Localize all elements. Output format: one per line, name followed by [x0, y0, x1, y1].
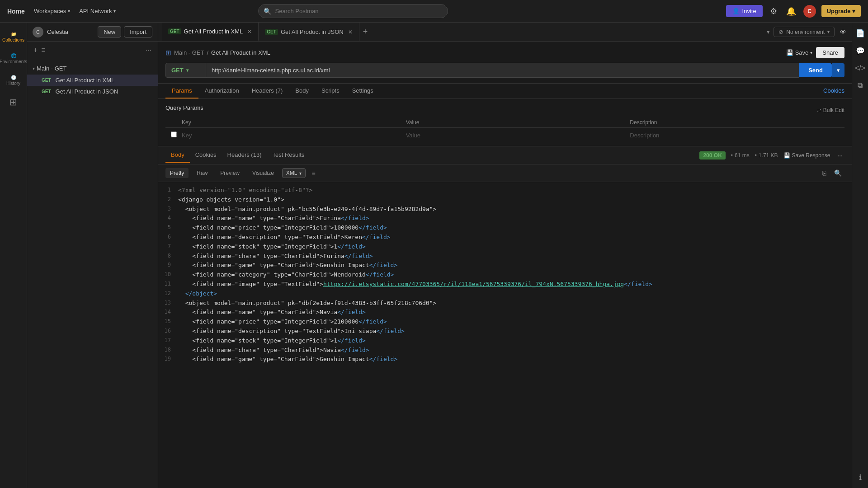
- method-selector[interactable]: GET ▾: [165, 63, 206, 78]
- import-button[interactable]: Import: [124, 26, 152, 38]
- info-button[interactable]: ℹ: [856, 470, 864, 484]
- req-tab-settings[interactable]: Settings: [346, 84, 380, 99]
- workspaces-menu[interactable]: Workspaces ▾: [34, 8, 70, 14]
- line-number: 12: [158, 289, 178, 299]
- format-bar: Pretty Raw Preview Visualize XML ▾ ≡ ⎘ 🔍: [158, 164, 852, 182]
- cookies-link[interactable]: Cookies: [823, 84, 844, 99]
- resp-tab-test-results[interactable]: Test Results: [267, 148, 310, 163]
- search-input[interactable]: [258, 4, 448, 18]
- param-checkbox[interactable]: [171, 131, 177, 137]
- home-link[interactable]: Home: [7, 8, 25, 15]
- tree-item-json[interactable]: GET Get All Product in JSON: [27, 86, 158, 97]
- sort-collections-button[interactable]: ≡: [40, 45, 46, 55]
- param-key-input[interactable]: [182, 132, 406, 139]
- line-content: <field name="stock" type="IntegerField">…: [178, 336, 852, 346]
- sidebar-item-collections[interactable]: 📁 Collections: [0, 28, 27, 46]
- fmt-tab-raw[interactable]: Raw: [192, 168, 212, 178]
- line-content: <field name="stock" type="IntegerField">…: [178, 242, 852, 252]
- add-collection-button[interactable]: +: [33, 45, 38, 55]
- tab-close-json[interactable]: ✕: [348, 29, 353, 35]
- search-bar[interactable]: 🔍: [258, 4, 448, 18]
- params-title: Query Params: [165, 104, 203, 111]
- req-tab-scripts[interactable]: Scripts: [315, 84, 346, 99]
- line-content: <django-objects version="1.0">: [178, 195, 852, 205]
- env-selector[interactable]: ⊘ No environment ▾: [774, 27, 835, 37]
- status-badge: 200 OK: [699, 151, 725, 160]
- tree-group-header[interactable]: ▾ Main - GET: [27, 62, 158, 75]
- line-content: <field name="game" type="CharField">Gens…: [178, 261, 852, 270]
- save-button[interactable]: 💾 Save ▾: [786, 49, 813, 56]
- line-number: 19: [158, 355, 178, 364]
- fmt-tab-visualize[interactable]: Visualize: [248, 168, 278, 178]
- col-value-header: Value: [406, 119, 630, 126]
- documentation-button[interactable]: 📄: [853, 26, 868, 40]
- topnav-right: 👤 Invite ⚙ 🔔 C Upgrade ▾: [726, 5, 861, 18]
- collections-header: + ≡ ···: [27, 42, 158, 59]
- more-collections-button[interactable]: ···: [145, 45, 152, 55]
- share-button[interactable]: Share: [816, 47, 844, 58]
- code-line: 7 <field name="stock" type="IntegerField…: [158, 242, 852, 252]
- col-key-header: Key: [182, 119, 406, 126]
- line-content: <object model="main.product" pk="dbf2e1d…: [178, 299, 852, 308]
- req-tab-params[interactable]: Params: [165, 84, 198, 99]
- wrap-lines-button[interactable]: ≡: [309, 168, 318, 178]
- env-settings-button[interactable]: 👁: [838, 27, 848, 38]
- req-tab-body[interactable]: Body: [289, 84, 315, 99]
- tab-get-badge-2: GET: [265, 29, 278, 35]
- line-content: </object>: [178, 289, 852, 299]
- tab-close-xml[interactable]: ✕: [247, 28, 252, 35]
- size-dot: •: [755, 152, 757, 159]
- code-line: 15 <field name="price" type="IntegerFiel…: [158, 317, 852, 327]
- related-collections-button[interactable]: ⧉: [855, 79, 865, 92]
- format-type-selector[interactable]: XML ▾: [282, 168, 306, 178]
- comments-button[interactable]: 💬: [853, 44, 868, 58]
- save-response-icon: 💾: [783, 152, 790, 159]
- api-network-menu[interactable]: API Network ▾: [79, 8, 116, 14]
- code-button[interactable]: </>: [852, 61, 868, 75]
- add-tab-button[interactable]: +: [359, 27, 372, 37]
- settings-button[interactable]: ⚙: [768, 5, 779, 18]
- code-line: 9 <field name="game" type="CharField">Ge…: [158, 261, 852, 270]
- tab-json[interactable]: GET Get All Product in JSON ✕: [259, 23, 359, 41]
- resp-tab-headers[interactable]: Headers (13): [222, 148, 267, 163]
- bulk-edit-button[interactable]: ⇌ Bulk Edit: [817, 107, 844, 113]
- notifications-button[interactable]: 🔔: [784, 5, 798, 18]
- sidebar-item-history[interactable]: 🕐 History: [0, 71, 27, 89]
- send-dropdown-button[interactable]: ▾: [832, 63, 844, 77]
- req-tab-authorization[interactable]: Authorization: [198, 84, 245, 99]
- upgrade-button[interactable]: Upgrade ▾: [821, 5, 861, 17]
- fmt-tab-preview[interactable]: Preview: [216, 168, 244, 178]
- send-button[interactable]: Send: [799, 63, 832, 77]
- resp-tab-body[interactable]: Body: [165, 148, 190, 163]
- method-chevron: ▾: [186, 68, 189, 73]
- search-response-button[interactable]: 🔍: [831, 168, 844, 178]
- save-response-button[interactable]: 💾 Save Response: [783, 152, 830, 159]
- param-desc-input[interactable]: [630, 132, 844, 139]
- sidebar-item-environments[interactable]: 🌐 Environments: [0, 50, 27, 68]
- bulk-edit-icon: ⇌: [817, 107, 821, 113]
- invite-button[interactable]: 👤 Invite: [726, 5, 763, 17]
- param-value-input[interactable]: [406, 132, 630, 139]
- tab-xml[interactable]: GET Get All Product in XML ✕: [162, 23, 259, 41]
- response-more-button[interactable]: ···: [835, 150, 844, 161]
- breadcrumb-sep: /: [207, 49, 208, 56]
- method-badge-get-2: GET: [40, 89, 53, 94]
- new-button[interactable]: New: [98, 26, 121, 38]
- line-number: 1: [158, 186, 178, 195]
- sidebar-item-add[interactable]: ⊞: [0, 93, 27, 111]
- avatar[interactable]: C: [803, 5, 816, 18]
- fmt-tab-pretty[interactable]: Pretty: [165, 168, 189, 178]
- line-number: 11: [158, 280, 178, 289]
- copy-response-button[interactable]: ⎘: [820, 168, 829, 178]
- url-input[interactable]: [206, 63, 799, 78]
- request-header-row: ⊞ Main - GET / Get All Product in XML 💾 …: [165, 47, 844, 58]
- resp-tab-cookies[interactable]: Cookies: [190, 148, 222, 163]
- right-utility-bar: 📄 💬 </> ⧉ ℹ: [852, 23, 868, 488]
- main-layout: 📁 Collections 🌐 Environments 🕐 History ⊞…: [0, 23, 868, 488]
- response-time: • 61 ms: [731, 152, 750, 159]
- tree-item-xml[interactable]: GET Get All Product in XML: [27, 75, 158, 86]
- req-tab-headers[interactable]: Headers (7): [245, 84, 289, 99]
- environments-icon: 🌐: [11, 53, 16, 58]
- request-area: ⊞ Main - GET / Get All Product in XML 💾 …: [158, 42, 852, 84]
- tabs-chevron-down[interactable]: ▾: [767, 28, 770, 35]
